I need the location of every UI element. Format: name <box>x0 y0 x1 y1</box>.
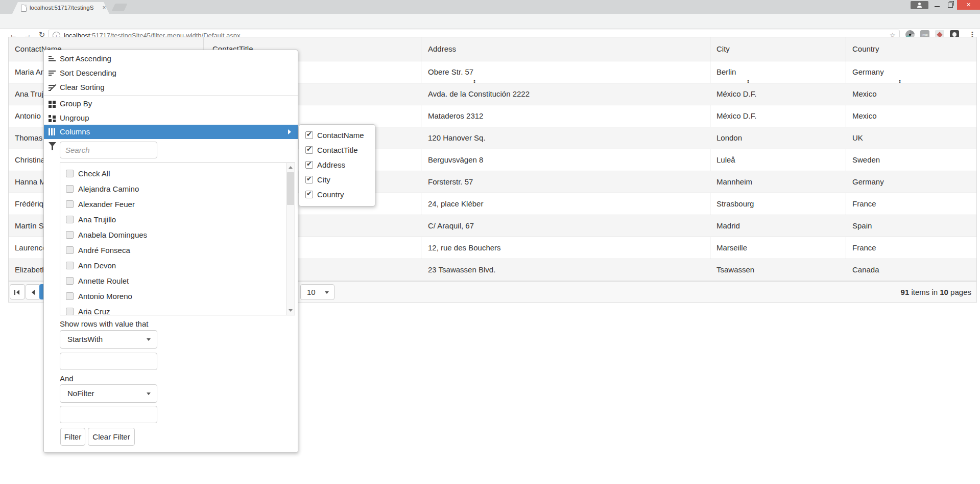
checkbox-unchecked-icon[interactable] <box>66 231 74 239</box>
list-item[interactable]: Alejandra Camino <box>66 181 139 196</box>
screen: localhost:51717/testingS × ✕ ← → ↻ i loc… <box>0 0 980 484</box>
cell-country: Germany <box>852 171 884 193</box>
submenu-item-contacttitle[interactable]: ContactTitle <box>305 143 357 157</box>
operator-1-value: StartsWith <box>67 331 103 348</box>
cell-country: Mexico <box>852 105 877 127</box>
cell-address: Obere Str. 57 <box>428 61 473 83</box>
list-item[interactable]: Alexander Feuer <box>66 196 135 212</box>
list-item[interactable]: Aria Cruz <box>66 304 110 315</box>
checkbox-checked-icon[interactable] <box>305 191 313 198</box>
submenu-item-country[interactable]: Country <box>305 187 344 202</box>
cell-address: 24, place Kléber <box>428 193 483 215</box>
chevron-down-icon <box>147 393 151 395</box>
filter-value-input-1[interactable] <box>60 353 157 370</box>
checkbox-unchecked-icon[interactable] <box>66 262 74 269</box>
check-all-item[interactable]: Check All <box>66 166 110 181</box>
filter-icon <box>49 142 56 150</box>
column-header-address[interactable]: Address <box>428 37 456 61</box>
show-rows-label: Show rows with value that <box>60 319 148 328</box>
clear-filter-button[interactable]: Clear Filter <box>88 428 135 446</box>
menu-item-columns[interactable]: Columns <box>44 125 298 139</box>
first-page-button[interactable] <box>10 284 25 299</box>
submenu-item-address[interactable]: Address <box>305 157 345 172</box>
restore-button[interactable] <box>944 0 957 10</box>
checkbox-checked-icon[interactable] <box>305 146 313 154</box>
page-size-select[interactable]: 10 <box>300 284 334 300</box>
list-scrollbar[interactable] <box>286 163 295 315</box>
chevron-down-icon <box>325 291 329 294</box>
checkbox-unchecked-icon[interactable] <box>66 308 74 315</box>
minimize-icon <box>935 6 940 7</box>
tab-close-icon[interactable]: × <box>100 2 108 14</box>
search-input[interactable] <box>60 142 157 158</box>
operator-2-value: NoFilter <box>67 385 94 402</box>
cell-country: Spain <box>852 215 872 237</box>
profile-button[interactable] <box>911 1 928 9</box>
browser-titlebar: localhost:51717/testingS × ✕ <box>0 0 980 14</box>
cell-country: France <box>852 237 876 259</box>
previous-page-button[interactable] <box>26 284 41 299</box>
browser-toolbar: ← → ↻ i localhost:51717/testingSite45/fi… <box>0 14 980 29</box>
triangle-up-icon <box>289 166 293 169</box>
submenu-item-contactname[interactable]: ContactName <box>305 128 364 143</box>
filter-operator-1-select[interactable]: StartsWith <box>60 330 157 349</box>
list-item[interactable]: Anabela Domingues <box>66 227 147 242</box>
cell-country: Sweden <box>852 149 880 171</box>
checkbox-checked-icon[interactable] <box>305 176 313 183</box>
checkbox-unchecked-icon[interactable] <box>66 185 74 193</box>
browser-tab[interactable]: localhost:51717/testingS × <box>12 2 109 14</box>
checkbox-checked-icon[interactable] <box>305 161 313 169</box>
previous-page-icon <box>32 290 35 295</box>
chevron-down-icon <box>147 338 151 341</box>
close-window-button[interactable]: ✕ <box>957 0 980 10</box>
new-tab-button[interactable] <box>112 4 128 11</box>
checkbox-unchecked-icon[interactable] <box>66 292 74 300</box>
column-header-country[interactable]: Country <box>852 37 879 61</box>
cell-country: France <box>852 193 876 215</box>
menu-item-clear-sorting[interactable]: Clear Sorting <box>44 80 298 95</box>
cell-city: Mannheim <box>716 171 752 193</box>
list-item[interactable]: André Fonseca <box>66 242 130 258</box>
submenu-item-city[interactable]: City <box>305 172 330 187</box>
checkbox-unchecked-icon[interactable] <box>66 246 74 254</box>
columns-submenu: ContactName ContactTitle Address City Co… <box>299 124 375 206</box>
checkbox-unchecked-icon[interactable] <box>66 170 74 177</box>
cell-country: UK <box>852 127 863 149</box>
column-header-city[interactable]: City <box>716 37 730 61</box>
scroll-up-button[interactable] <box>287 164 294 172</box>
page-count: 10 <box>940 288 948 296</box>
tab-title: localhost:51717/testingS <box>30 2 100 14</box>
list-item[interactable]: Ann Devon <box>66 258 116 273</box>
triangle-down-icon <box>289 309 293 312</box>
list-item[interactable]: Ana Trujillo <box>66 212 116 227</box>
scroll-down-button[interactable] <box>287 306 294 314</box>
cell-address: Avda. de la Constitución 2222 <box>428 83 530 105</box>
menu-item-sort-ascending[interactable]: Sort Ascending <box>44 52 298 66</box>
cell-country: Canada <box>852 259 879 281</box>
ungroup-icon <box>49 114 56 122</box>
checkbox-checked-icon[interactable] <box>305 131 313 139</box>
menu-separator <box>44 95 298 96</box>
filter-value-input-2[interactable] <box>60 406 157 423</box>
cell-city: Marseille <box>716 237 747 259</box>
cell-address: 12, rue des Bouchers <box>428 237 501 259</box>
scrollbar-thumb[interactable] <box>287 172 294 205</box>
menu-item-group-by[interactable]: Group By <box>44 97 298 111</box>
cell-address: 120 Hanover Sq. <box>428 127 486 149</box>
checkbox-unchecked-icon[interactable] <box>66 277 74 285</box>
checkbox-unchecked-icon[interactable] <box>66 200 74 208</box>
menu-item-sort-descending[interactable]: Sort Descending <box>44 66 298 80</box>
checkbox-unchecked-icon[interactable] <box>66 216 74 223</box>
cell-city: London <box>716 127 742 149</box>
minimize-button[interactable] <box>930 0 944 10</box>
list-item[interactable]: Antonio Moreno <box>66 288 132 304</box>
filter-operator-2-select[interactable]: NoFilter <box>60 384 157 403</box>
filter-button[interactable]: Filter <box>60 428 85 446</box>
list-item[interactable]: Annette Roulet <box>66 273 129 288</box>
cell-city: México D.F. <box>716 105 756 127</box>
submenu-arrow-icon <box>288 129 291 134</box>
columns-icon <box>49 128 56 135</box>
cell-country: Mexico <box>852 83 877 105</box>
menu-item-ungroup[interactable]: Ungroup <box>44 111 298 125</box>
sort-ascending-icon <box>49 55 56 62</box>
